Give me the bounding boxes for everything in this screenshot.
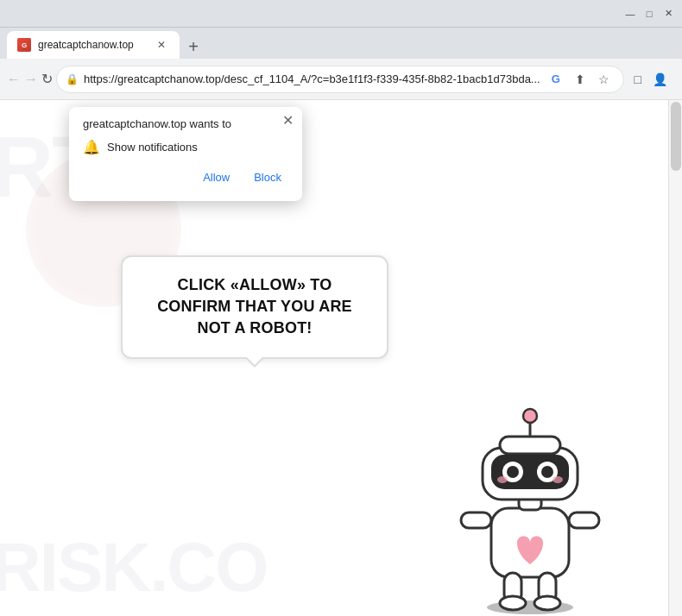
address-bar: ← → ↻ 🔒 https://greatcaptchanow.top/desc… <box>0 59 682 100</box>
reload-button[interactable]: ↻ <box>41 67 53 91</box>
svg-point-17 <box>541 466 553 478</box>
bookmark-icon[interactable]: ☆ <box>594 69 615 90</box>
popup-actions: Allow Block <box>83 167 288 187</box>
bell-icon: 🔔 <box>83 139 100 155</box>
maximize-button[interactable]: □ <box>642 7 656 21</box>
back-button[interactable]: ← <box>7 67 21 91</box>
block-button[interactable]: Block <box>247 167 288 187</box>
svg-point-6 <box>500 596 526 610</box>
robot-illustration <box>444 374 616 616</box>
extension-icon[interactable]: □ <box>628 69 648 90</box>
url-bar[interactable]: 🔒 https://greatcaptchanow.top/desc_cf_11… <box>56 66 624 93</box>
svg-rect-10 <box>500 437 560 454</box>
lock-icon: 🔒 <box>66 73 79 85</box>
close-button[interactable]: ✕ <box>661 7 675 21</box>
google-lens-icon[interactable]: G <box>546 69 566 90</box>
toolbar-buttons: □ 👤 ⋮ <box>628 69 682 90</box>
svg-point-7 <box>534 596 560 610</box>
tab-close-button[interactable]: ✕ <box>154 37 169 53</box>
svg-rect-2 <box>461 512 491 528</box>
favicon-letter: G <box>17 38 31 52</box>
svg-point-16 <box>507 466 519 478</box>
notification-popup: ✕ greatcaptchanow.top wants to 🔔 Show no… <box>69 107 302 201</box>
url-text: https://greatcaptchanow.top/desc_cf_1104… <box>84 72 540 85</box>
notification-item-text: Show notifications <box>107 141 198 154</box>
svg-rect-3 <box>569 512 599 528</box>
svg-point-18 <box>497 476 508 483</box>
account-icon[interactable]: 👤 <box>650 69 671 90</box>
tab-favicon: G <box>17 38 31 52</box>
bubble-text: CLICK «ALLOW» TO CONFIRM THAT YOU ARE NO… <box>143 274 366 340</box>
popup-title: greatcaptchanow.top wants to <box>83 117 288 130</box>
active-tab[interactable]: G greatcaptchanow.top ✕ <box>7 31 180 59</box>
tab-bar: G greatcaptchanow.top ✕ + <box>0 28 682 59</box>
notification-item: 🔔 Show notifications <box>83 139 288 155</box>
menu-icon[interactable]: ⋮ <box>673 69 682 90</box>
svg-point-12 <box>523 409 537 423</box>
new-tab-button[interactable]: + <box>181 35 205 59</box>
minimize-button[interactable]: — <box>623 7 637 21</box>
popup-close-button[interactable]: ✕ <box>282 114 294 128</box>
scrollbar-thumb[interactable] <box>671 102 681 171</box>
svg-point-19 <box>553 476 563 483</box>
content-area: RT RISK.CO CLICK «ALLOW» TO CONFIRM THAT… <box>0 100 682 616</box>
window-controls: — □ ✕ <box>623 7 675 21</box>
tab-title: greatcaptchanow.top <box>38 39 134 51</box>
allow-button[interactable]: Allow <box>196 167 237 187</box>
share-icon[interactable]: ⬆ <box>570 69 590 90</box>
forward-button[interactable]: → <box>24 67 38 91</box>
scrollbar[interactable] <box>668 100 682 616</box>
watermark-bottom: RISK.CO <box>0 528 267 607</box>
titlebar: — □ ✕ <box>0 0 682 28</box>
url-action-icons: G ⬆ ☆ <box>546 69 615 90</box>
speech-bubble: CLICK «ALLOW» TO CONFIRM THAT YOU ARE NO… <box>121 255 388 359</box>
